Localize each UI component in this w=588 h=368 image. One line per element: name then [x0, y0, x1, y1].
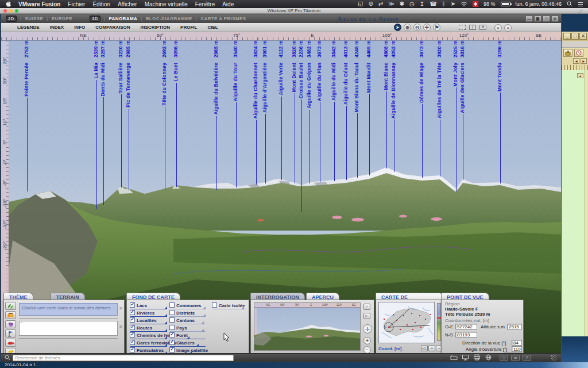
menu-index[interactable]: INDEX	[50, 25, 64, 30]
menu-l-gende[interactable]: LÉGENDE	[17, 25, 40, 30]
slider-handle[interactable]	[187, 336, 189, 339]
menubar-clock[interactable]: lun. 6 janv. 00:48:46	[516, 1, 562, 7]
minimize-button[interactable]: —	[525, 16, 533, 22]
nav-europe[interactable]: EUROPE	[52, 16, 72, 21]
fast-forward-icon[interactable]: ≫	[388, 1, 394, 7]
menubar-item-6[interactable]: Aide	[222, 1, 234, 7]
combo-clear-icon[interactable]: ✕	[119, 306, 123, 311]
pointer-tool-button[interactable]: ➤	[394, 24, 401, 31]
bg-maximize-button[interactable]: □	[571, 33, 579, 40]
maximize-button[interactable]: □	[543, 16, 550, 22]
nature-icon[interactable]	[5, 302, 16, 310]
sync-window-icon[interactable]: ◱	[358, 1, 363, 7]
window-resize-grip[interactable]	[551, 355, 556, 361]
apply-view-button[interactable]: ✓	[363, 304, 370, 310]
menubar-item-3[interactable]: Afficher	[118, 1, 137, 7]
menubar-item-2[interactable]: Édition	[92, 1, 110, 7]
restore-button[interactable]: ▣	[534, 16, 541, 22]
airplay-icon[interactable]: ➤	[451, 1, 455, 7]
bg-clock-icon[interactable]	[574, 49, 583, 57]
oe-input[interactable]: 527242	[455, 324, 477, 329]
reset-view-button[interactable]: ⇤	[363, 313, 370, 319]
menu-inscription[interactable]: INSCRIPTION	[141, 25, 171, 30]
menubar-item-4[interactable]: Machine virtuelle	[145, 1, 188, 7]
single-window-button[interactable]	[459, 25, 466, 30]
pan-control[interactable]: ✛	[363, 324, 372, 334]
menubar-item-5[interactable]: Fenêtre	[195, 1, 215, 7]
phone-icon[interactable]: ☎	[430, 1, 436, 7]
fauna-icon[interactable]	[5, 339, 16, 347]
bg-minimize-button[interactable]: _	[563, 33, 571, 40]
slider-handle[interactable]	[241, 306, 244, 309]
time-machine-icon[interactable]: ◷	[409, 1, 415, 7]
bluetooth-icon[interactable]: ᛒ	[442, 1, 446, 7]
help-button[interactable]: ?	[523, 355, 531, 361]
angle-input[interactable]: 110	[512, 346, 522, 352]
map-zoom-in-button[interactable]: +	[428, 345, 435, 351]
theme-list-box[interactable]: ⌃	[19, 321, 118, 336]
link-button[interactable]: ∞	[511, 355, 520, 361]
folder-icon[interactable]	[450, 352, 458, 363]
nav-2d[interactable]: 2D	[6, 16, 17, 22]
apple-menu-icon[interactable]	[6, 1, 11, 8]
switzerland-map[interactable]	[378, 302, 435, 343]
bg-briefcase-icon[interactable]	[563, 49, 572, 57]
menu-ciel[interactable]: CIEL	[207, 25, 218, 30]
keyboard-layout-swiss-flag-icon[interactable]	[473, 1, 478, 7]
globe-icon[interactable]	[485, 352, 492, 363]
slider-handle[interactable]	[164, 329, 167, 332]
bg-prev-arrow-button[interactable]: ◄	[573, 58, 579, 64]
wifi-icon[interactable]	[461, 1, 467, 7]
home-button[interactable]: ⌂	[500, 355, 508, 361]
zoom-out-button[interactable]: ⊖	[413, 24, 421, 31]
bg-next-arrow-button[interactable]: ►	[581, 58, 587, 64]
printer-icon[interactable]	[473, 352, 481, 363]
menubar-item-1[interactable]: Fichier	[68, 1, 85, 7]
flora-icon[interactable]	[5, 320, 16, 328]
menubar-app-name[interactable]: VMware Fusion	[18, 1, 60, 7]
nav-suisse[interactable]: SUISSE	[25, 16, 44, 21]
previous-button[interactable]: «	[494, 24, 502, 32]
menu-comparaison[interactable]: COMPARAISON	[95, 25, 130, 30]
slider-handle[interactable]	[201, 329, 204, 332]
pan-view-button[interactable]: ✛	[423, 24, 431, 31]
flag-icon[interactable]	[5, 329, 16, 338]
direction-input[interactable]: 84	[512, 340, 522, 346]
preview-zoom-in-button[interactable]: +	[363, 337, 371, 344]
alt-input[interactable]: 2515	[507, 324, 522, 329]
slider-handle[interactable]	[164, 314, 167, 317]
slider-handle[interactable]	[164, 306, 167, 309]
zoom-in-button[interactable]: ⊕	[404, 24, 411, 31]
upload-circle-icon[interactable]: ↥	[420, 1, 424, 7]
fit-map-button[interactable]: ◰	[421, 345, 428, 351]
viewpoint-marker-button[interactable]: ⚑	[433, 24, 440, 31]
background-window-titlebar[interactable]: _ □ ✕	[562, 32, 588, 41]
slider-handle[interactable]	[201, 321, 204, 324]
spotlight-icon[interactable]	[567, 1, 572, 7]
slider-handle[interactable]	[164, 344, 167, 347]
bg-close-button[interactable]: ✕	[579, 33, 587, 40]
next-button[interactable]: »	[504, 24, 512, 32]
notification-center-icon[interactable]	[578, 2, 583, 7]
list-clear-icon[interactable]: ✕	[119, 324, 123, 329]
bg-page-button[interactable]: ▴	[577, 73, 583, 78]
ns-input[interactable]: 83193	[455, 332, 477, 338]
monitor-icon[interactable]	[462, 352, 469, 363]
nav-panorama[interactable]: PANORAMA	[109, 16, 137, 21]
switch-arrows-icon[interactable]: ⇄	[378, 1, 383, 7]
nav-carte-a-prismes[interactable]: CARTE A PRISMES	[200, 16, 246, 21]
nav-3d[interactable]: 3D	[90, 16, 100, 22]
menu-profil[interactable]: PROFIL	[180, 25, 197, 30]
fullscreen-icon[interactable]: ⤢	[579, 9, 582, 14]
slider-handle[interactable]	[164, 336, 167, 339]
asterisk-icon[interactable]: ✱	[400, 1, 404, 7]
slider-handle[interactable]	[196, 344, 199, 347]
split-window-button[interactable]	[469, 25, 476, 30]
theme-map-combobox[interactable]: Choisir une carte dans le menu des thème…	[19, 303, 118, 316]
slider-handle[interactable]	[203, 306, 206, 309]
close-button[interactable]: ✕	[551, 16, 559, 22]
vmware-window-titlebar[interactable]: Windows XP Pro Titanium ⤢	[0, 8, 588, 14]
layer-opacity-slider[interactable]	[212, 307, 246, 310]
slider-handle[interactable]	[203, 314, 206, 317]
do-not-disturb-icon[interactable]: ⊘	[368, 1, 373, 7]
